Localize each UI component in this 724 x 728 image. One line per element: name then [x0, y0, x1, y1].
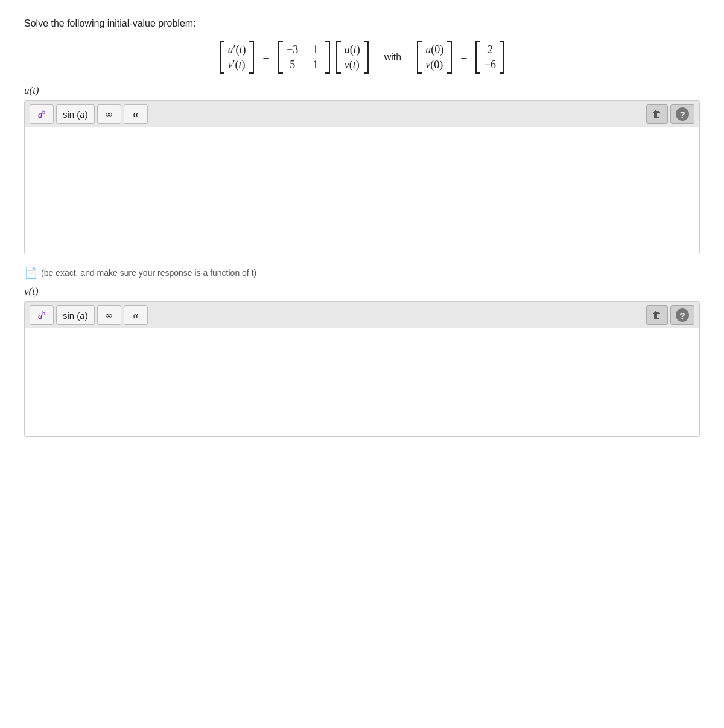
note-text: (be exact, and make sure your response i… [41, 268, 256, 278]
help-icon-u: ? [676, 107, 689, 121]
note-icon: 📄 [24, 266, 37, 279]
var-matrix: u(t) v(t) [336, 41, 369, 74]
coeff-r2c2: 1 [310, 59, 322, 71]
help-button-u[interactable]: ? [670, 104, 694, 124]
equals-2: = [460, 51, 467, 65]
var-cell-v: v(t) [345, 59, 360, 71]
coeff-r1c1: −3 [287, 43, 299, 56]
ab-superscript-button-u[interactable]: ab [30, 104, 54, 124]
u-toolbar: ab sin (a) ∞ α 🗑 ? [24, 100, 700, 127]
equals-1: = [262, 51, 269, 65]
v-toolbar: ab sin (a) ∞ α 🗑 ? [24, 301, 700, 328]
delete-button-v[interactable]: 🗑 [646, 305, 668, 325]
page-title: Solve the following initial-value proble… [24, 18, 700, 29]
coeff-r1c2: 1 [310, 43, 322, 56]
u-input-section: ab sin (a) ∞ α 🗑 ? [24, 100, 700, 254]
var-cell-u: u(t) [345, 43, 360, 56]
v-answer-box[interactable] [24, 328, 700, 437]
help-icon-v: ? [676, 308, 689, 322]
infinity-button-v[interactable]: ∞ [97, 305, 121, 325]
init-lhs-matrix: u(0) v(0) [417, 41, 452, 74]
help-button-v[interactable]: ? [670, 305, 694, 325]
init-lhs-u: u(0) [425, 43, 443, 56]
ab-superscript-button-v[interactable]: ab [30, 305, 54, 325]
init-rhs-2: 2 [484, 43, 496, 56]
u-answer-box[interactable] [24, 127, 700, 254]
init-rhs-matrix: 2 −6 [475, 41, 504, 74]
lhs-cell-v: v′(t) [228, 59, 246, 71]
init-lhs-v: v(0) [425, 59, 443, 71]
init-rhs-neg6: −6 [484, 59, 496, 71]
u-label: u(t) = [24, 85, 700, 97]
equation-row: u′(t) v′(t) = −3 1 5 1 [24, 41, 700, 74]
coeff-matrix: −3 1 5 1 [278, 41, 330, 74]
trash-icon-v: 🗑 [652, 310, 662, 321]
note-row: 📄 (be exact, and make sure your response… [24, 266, 700, 279]
sin-button-u[interactable]: sin (a) [56, 104, 95, 124]
alpha-button-v[interactable]: α [124, 305, 148, 325]
with-label: with [384, 52, 401, 63]
alpha-button-u[interactable]: α [124, 104, 148, 124]
delete-button-u[interactable]: 🗑 [646, 104, 668, 124]
lhs-cell-u: u′(t) [228, 43, 246, 56]
infinity-button-u[interactable]: ∞ [97, 104, 121, 124]
coeff-r2c1: 5 [287, 59, 299, 71]
trash-icon-u: 🗑 [652, 109, 662, 120]
lhs-matrix: u′(t) v′(t) [220, 41, 255, 74]
sin-button-v[interactable]: sin (a) [56, 305, 95, 325]
v-input-section: ab sin (a) ∞ α 🗑 ? [24, 301, 700, 437]
v-label: v(t) = [24, 286, 700, 298]
